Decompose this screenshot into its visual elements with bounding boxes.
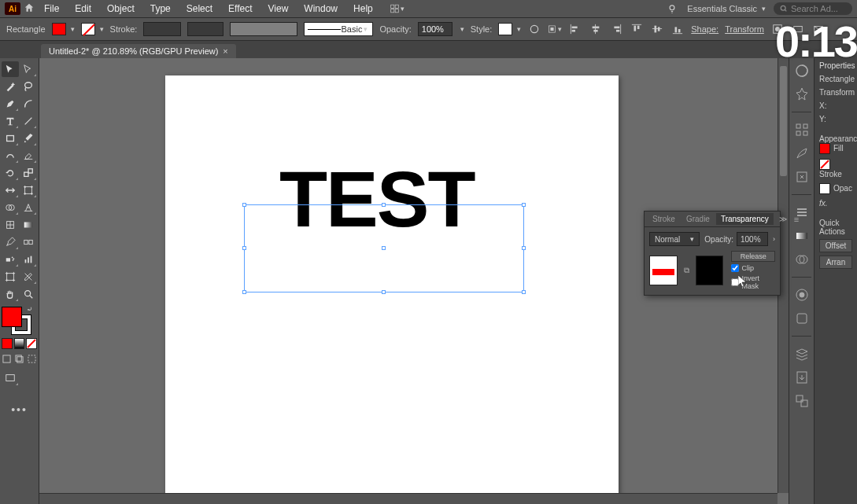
mesh-tool[interactable] [2, 217, 19, 233]
blend-mode-select[interactable]: Normal ▾ [649, 232, 700, 246]
style-swatch[interactable]: ▾ [498, 23, 521, 35]
asset-export-panel-icon[interactable] [794, 370, 810, 385]
draw-inside-icon[interactable] [27, 354, 37, 364]
menu-edit[interactable]: Edit [68, 2, 98, 16]
magic-wand-tool[interactable] [2, 79, 19, 94]
stroke-swatch[interactable]: ▾ [81, 23, 104, 35]
rotate-tool[interactable] [2, 165, 19, 181]
fill-swatch[interactable]: ▾ [52, 23, 75, 35]
shaper-tool[interactable] [2, 148, 19, 164]
eyedropper-tool[interactable] [2, 234, 19, 250]
handle-bottom-right[interactable] [522, 290, 526, 294]
column-graph-tool[interactable] [20, 252, 38, 267]
document-tab[interactable]: Untitled-2* @ 210.89% (RGB/GPU Preview) … [41, 44, 236, 58]
handle-middle-left[interactable] [242, 246, 246, 250]
lightbulb-icon[interactable] [665, 2, 679, 16]
align-hcenter-icon[interactable] [589, 22, 603, 36]
brush-definition[interactable]: Basic▾ [304, 22, 373, 36]
perspective-grid-tool[interactable] [20, 200, 38, 215]
panel-opacity-arrow[interactable]: › [773, 235, 775, 243]
panel-collapse-icon[interactable]: ≫ [777, 215, 789, 223]
color-mode-gradient[interactable] [14, 338, 25, 349]
align-left-icon[interactable] [568, 22, 582, 36]
align-right-icon[interactable] [609, 22, 623, 36]
menu-object[interactable]: Object [101, 2, 141, 16]
color-mode-none[interactable] [26, 338, 37, 349]
properties-y[interactable]: Y: [819, 115, 852, 123]
selection-box[interactable] [244, 204, 524, 292]
menu-view[interactable]: View [262, 2, 295, 16]
menu-window[interactable]: Window [297, 2, 344, 16]
search-input[interactable]: Search Ad... [774, 2, 852, 15]
color-guide-panel-icon[interactable] [794, 86, 810, 102]
home-icon[interactable] [24, 2, 35, 15]
handle-bottom-middle[interactable] [382, 290, 386, 294]
blend-tool[interactable] [20, 234, 38, 250]
pen-tool[interactable] [2, 96, 19, 112]
transform-label[interactable]: Transform [725, 24, 764, 34]
paintbrush-tool[interactable] [20, 131, 38, 146]
brushes-panel-icon[interactable] [794, 145, 810, 161]
line-tool[interactable] [20, 113, 38, 129]
edit-toolbar-icon[interactable]: ••• [2, 403, 37, 416]
tab-stroke[interactable]: Stroke [648, 213, 680, 225]
artboard-tool[interactable] [2, 269, 19, 285]
properties-stroke-row[interactable]: Stroke [819, 159, 852, 178]
zoom-tool[interactable] [20, 286, 38, 302]
type-tool[interactable] [2, 113, 19, 129]
draw-behind-icon[interactable] [14, 354, 24, 364]
menu-type[interactable]: Type [144, 2, 177, 16]
handle-top-right[interactable] [522, 203, 526, 207]
selection-tool[interactable] [2, 61, 19, 77]
recolor-icon[interactable] [527, 22, 541, 36]
lasso-tool[interactable] [20, 79, 38, 94]
mask-thumbnail[interactable] [696, 256, 724, 285]
scale-tool[interactable] [20, 165, 38, 181]
fill-stroke-indicator[interactable]: ⤾ [2, 307, 31, 335]
screen-mode-icon[interactable] [2, 370, 19, 386]
mask-source-thumbnail[interactable] [649, 256, 678, 285]
symbol-sprayer-tool[interactable] [2, 252, 19, 267]
gradient-tool[interactable] [20, 217, 38, 233]
menu-file[interactable]: File [38, 2, 65, 16]
color-mode-solid[interactable] [2, 338, 13, 349]
align-vcenter-icon[interactable] [650, 22, 664, 36]
graphic-styles-panel-icon[interactable] [794, 311, 810, 326]
align-bottom-icon[interactable] [670, 22, 685, 36]
stroke-width-dropdown[interactable] [187, 22, 223, 36]
menu-select[interactable]: Select [180, 2, 219, 16]
appearance-panel-icon[interactable] [794, 287, 810, 303]
menu-help[interactable]: Help [347, 2, 379, 16]
draw-normal-icon[interactable] [2, 354, 12, 364]
arrange-docs-icon[interactable]: ▾ [390, 2, 404, 16]
curvature-tool[interactable] [20, 96, 38, 112]
handle-bottom-left[interactable] [242, 290, 246, 294]
swap-fill-stroke-icon[interactable]: ⤾ [27, 305, 33, 313]
properties-fill-row[interactable]: Fill [819, 143, 852, 154]
slice-tool[interactable] [20, 269, 38, 285]
shape-label[interactable]: Shape: [691, 24, 718, 34]
clip-checkbox[interactable]: Clip [731, 264, 775, 272]
panel-menu-icon[interactable]: ≡ [791, 215, 802, 224]
tab-transparency[interactable]: Transparency [716, 213, 774, 225]
swatches-panel-icon[interactable] [794, 122, 810, 138]
selection-center-point[interactable] [382, 246, 386, 250]
release-mask-button[interactable]: Release [731, 251, 775, 262]
transparency-floating-panel[interactable]: Stroke Gradie Transparency ≫ ≡ Normal ▾ … [644, 211, 781, 296]
variable-width-profile[interactable] [230, 22, 297, 36]
handle-top-left[interactable] [242, 203, 246, 207]
symbols-panel-icon[interactable] [794, 169, 810, 185]
width-tool[interactable] [2, 182, 19, 198]
quick-action-offset[interactable]: Offset [819, 239, 852, 252]
menu-effect[interactable]: Effect [222, 2, 258, 16]
transparency-panel-icon[interactable] [794, 252, 810, 267]
eraser-tool[interactable] [20, 148, 38, 164]
mask-link-icon[interactable]: ⧉ [682, 266, 691, 275]
properties-fx[interactable]: fx. [819, 199, 852, 208]
quick-action-arrange[interactable]: Arran [819, 256, 852, 269]
free-transform-tool[interactable] [20, 182, 38, 198]
workspace-selector[interactable]: Essentials Classic ▾ [687, 4, 766, 13]
handle-top-middle[interactable] [382, 203, 386, 207]
align-top-icon[interactable] [630, 22, 644, 36]
opacity-field[interactable]: 100% [418, 22, 453, 36]
